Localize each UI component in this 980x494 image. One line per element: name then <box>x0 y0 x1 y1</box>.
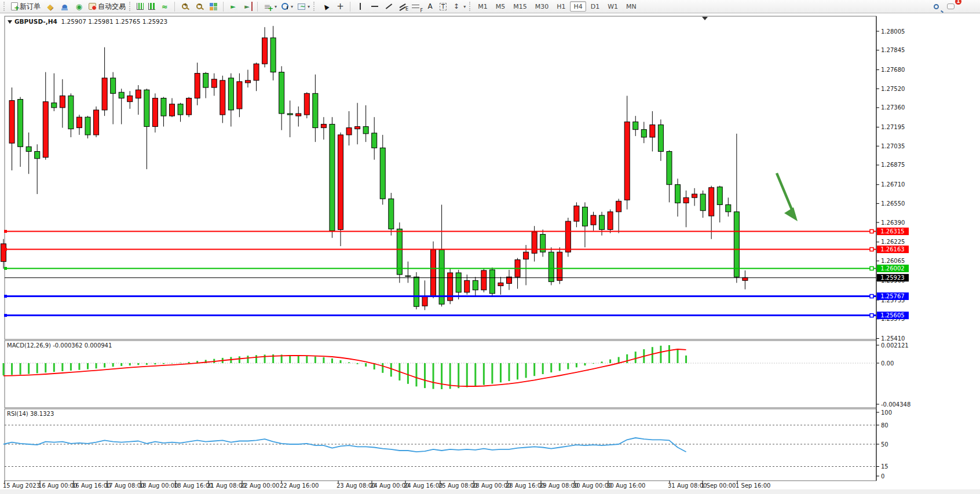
candlestick-icon <box>148 3 155 10</box>
line-handle-right[interactable] <box>870 294 873 298</box>
metaeditor-button[interactable] <box>43 1 57 12</box>
price-tick-label: 1.26875 <box>881 162 905 168</box>
candle-body <box>683 197 689 203</box>
line-handle-left[interactable] <box>4 314 7 317</box>
new-order-button[interactable]: 新订单 <box>9 1 43 12</box>
caret-down-icon: ▾ <box>275 4 277 9</box>
templates-button[interactable]: ▾ <box>295 1 312 12</box>
price-tick-label: 1.27680 <box>881 67 905 73</box>
timeframe-button-H1[interactable]: H1 <box>553 1 569 12</box>
line-handle-left[interactable] <box>4 295 7 298</box>
candle-body <box>700 194 705 211</box>
toolbar-grip[interactable] <box>469 2 472 11</box>
timeframe-button-M15[interactable]: M15 <box>510 1 531 12</box>
candle-body <box>211 79 217 87</box>
line-chart-button[interactable] <box>158 1 172 12</box>
cursor-icon <box>321 2 331 11</box>
price-tick-label: 1.27360 <box>881 104 905 111</box>
time-tick-label: 22 Aug 16:00 <box>280 482 319 489</box>
line-handle-right[interactable] <box>870 229 873 233</box>
candle-body <box>321 124 326 127</box>
search-button[interactable] <box>929 1 944 12</box>
rsi-panel <box>5 409 876 481</box>
line-handle-right[interactable] <box>870 266 873 270</box>
timeframe-button-H4[interactable]: H4 <box>570 1 586 12</box>
candle-body <box>599 215 605 230</box>
cursor-button[interactable] <box>319 1 333 12</box>
text-button[interactable]: A <box>423 1 437 12</box>
candle-body <box>422 297 427 306</box>
line-handle-left[interactable] <box>4 230 7 233</box>
line-handle-right[interactable] <box>870 248 873 251</box>
candle-body <box>296 114 301 116</box>
auto-scroll-button[interactable] <box>226 1 240 12</box>
candle-body <box>60 96 65 107</box>
zoom-out-button[interactable]: − <box>192 1 206 12</box>
candle-body <box>524 252 529 259</box>
candle-body <box>338 135 343 230</box>
toolbar-grip[interactable] <box>3 2 6 11</box>
candle-body <box>85 117 90 135</box>
candlestick-chart-button[interactable] <box>146 1 158 12</box>
text-label-button[interactable]: T <box>437 1 449 12</box>
channel-button[interactable]: E <box>396 1 408 12</box>
zoom-in-button[interactable]: + <box>177 1 192 12</box>
price-badge-label: 1.25767 <box>880 293 904 299</box>
arrows-button[interactable]: ▾ <box>449 1 468 12</box>
horizontal-line-button[interactable] <box>367 1 382 12</box>
candle-body <box>245 80 250 83</box>
timeframe-button-M5[interactable]: M5 <box>492 1 509 12</box>
timeframe-button-D1[interactable]: D1 <box>587 1 603 12</box>
auto-scroll-icon <box>228 2 238 11</box>
autotrading-label: 自动交易 <box>98 2 126 12</box>
tile-windows-icon <box>209 2 218 11</box>
periods-button[interactable]: ▾ <box>279 1 295 12</box>
autotrading-button[interactable]: 自动交易 <box>86 1 128 12</box>
timeframe-button-MN[interactable]: MN <box>623 1 640 12</box>
candle-body <box>641 130 646 137</box>
candle-body <box>574 206 579 222</box>
candle-body <box>178 104 183 115</box>
trendline-button[interactable] <box>382 1 396 12</box>
chart-title: GBPUSD-,H4 1.25907 1.25981 1.25765 1.259… <box>8 18 167 25</box>
text-icon: A <box>425 2 435 11</box>
line-handle-left[interactable] <box>4 267 7 270</box>
timeframe-button-M1[interactable]: M1 <box>474 1 491 12</box>
candle-body <box>35 151 40 158</box>
candle-body <box>667 151 672 184</box>
vertical-line-icon <box>360 3 361 10</box>
chart-canvas[interactable]: 1.280051.278451.276801.275201.273601.271… <box>0 0 980 494</box>
bar-chart-button[interactable] <box>134 1 146 12</box>
candle-body <box>473 280 478 290</box>
candle-body <box>414 277 419 306</box>
timeframe-button-M30[interactable]: M30 <box>532 1 553 12</box>
candle-body <box>557 252 562 280</box>
indicators-button[interactable]: ▾ <box>260 1 279 12</box>
candle-body <box>726 204 731 211</box>
price-badge-label: 1.25923 <box>880 275 904 281</box>
vertical-line-button[interactable] <box>353 1 367 12</box>
candle-body <box>616 201 621 211</box>
market-button[interactable] <box>57 1 72 12</box>
chat-button[interactable]: 1 <box>944 1 958 12</box>
toolbar-grip[interactable] <box>313 2 316 11</box>
chart-title-symbol: GBPUSD-,H4 <box>14 18 57 25</box>
candle-body <box>565 221 571 252</box>
crosshair-button[interactable] <box>333 1 348 12</box>
collapse-triangle-icon[interactable] <box>8 20 12 24</box>
signals-button[interactable] <box>72 1 86 12</box>
price-badge-label: 1.26315 <box>880 228 904 235</box>
line-handle-left[interactable] <box>4 248 7 251</box>
candle-body <box>465 280 470 292</box>
candle-body <box>489 270 495 294</box>
candle-body <box>582 207 587 226</box>
timeframe-button-W1[interactable]: W1 <box>604 1 621 12</box>
fibonacci-button[interactable]: F <box>408 1 423 12</box>
timeframe-toolbar: M1M5M15M30H1H4D1W1MN <box>474 1 640 12</box>
chart-shift-button[interactable] <box>240 1 255 12</box>
candle-body <box>161 98 166 116</box>
line-handle-right[interactable] <box>870 314 873 317</box>
toolbar-grip[interactable] <box>129 2 132 11</box>
tile-windows-button[interactable] <box>206 1 221 12</box>
time-tick-label: 1 Sep 00:00 <box>701 482 736 489</box>
